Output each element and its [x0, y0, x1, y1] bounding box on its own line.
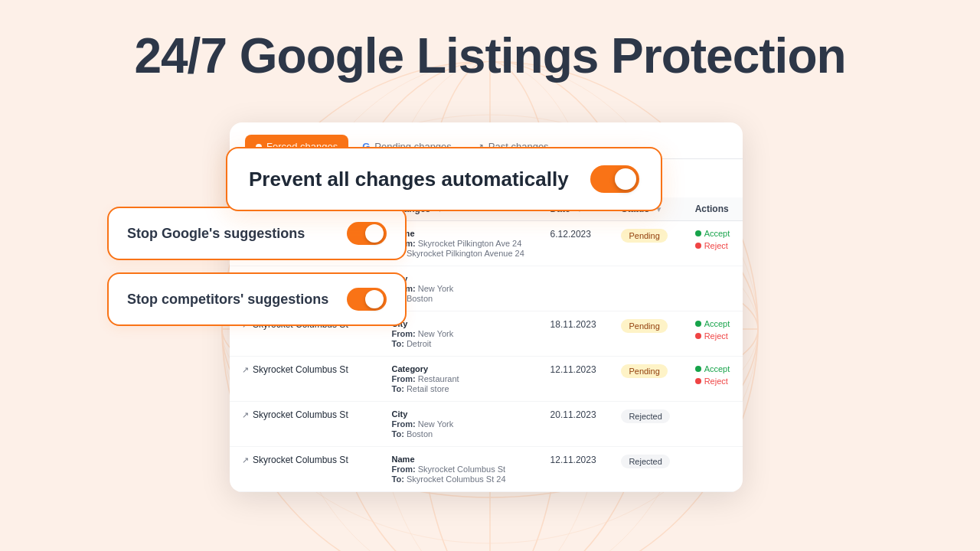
cell-actions	[683, 402, 743, 447]
cell-status: Rejected	[609, 402, 682, 447]
change-to: To: Detroit	[392, 339, 526, 348]
cell-date: 12.11.2023	[538, 447, 609, 492]
change-to: To: Skyrocket Columbus St 24	[392, 474, 526, 484]
date-value: 20.11.2023	[550, 409, 596, 420]
cell-status: Pending	[609, 311, 682, 357]
table-row: ↗Skyrocket Columbus St City From: New Yo…	[230, 402, 743, 447]
status-badge: Rejected	[621, 409, 669, 423]
cell-actions: Accept Reject	[683, 311, 743, 357]
cell-actions	[683, 447, 743, 492]
change-from: From: Restaurant	[392, 374, 526, 383]
cell-date: 18.11.2023	[538, 311, 609, 357]
date-value: 12.11.2023	[550, 364, 596, 375]
stop-google-card: Stop Google's suggestions	[107, 207, 407, 260]
change-to: To: Skyrocket Pilkington Avenue 24	[392, 249, 526, 258]
accept-button[interactable]: Accept	[695, 364, 730, 373]
external-link-icon: ↗	[242, 410, 249, 420]
page-title: 24/7 Google Listings Protection	[0, 0, 980, 84]
change-to: To: Boston	[392, 294, 526, 303]
cell-date	[538, 266, 609, 311]
stop-competitors-card: Stop competitors' suggestions	[107, 272, 407, 326]
change-type: Name	[392, 455, 526, 464]
status-badge: Pending	[621, 229, 667, 243]
stop-google-label: Stop Google's suggestions	[127, 226, 305, 242]
stop-google-toggle[interactable]	[347, 222, 387, 245]
accept-button[interactable]: Accept	[695, 229, 730, 238]
change-type: Category	[392, 364, 526, 373]
prevent-changes-card: Prevent all changes automatically	[226, 147, 662, 211]
prevent-label: Prevent all changes automatically	[249, 168, 569, 191]
col-actions: Actions	[683, 197, 743, 221]
reject-dot-icon	[695, 333, 701, 339]
status-badge: Rejected	[621, 455, 669, 468]
prevent-toggle[interactable]	[590, 165, 639, 193]
cell-status: Pending	[609, 221, 682, 266]
change-from: From: Skyrocket Columbus St	[392, 465, 526, 474]
change-from: From: Skyrocket Pilkington Ave 24	[392, 239, 526, 248]
change-from: From: New York	[392, 419, 526, 429]
accept-dot-icon	[695, 366, 701, 372]
external-link-icon: ↗	[242, 455, 249, 465]
status-badge: Pending	[621, 364, 667, 378]
cell-profile: ↗Skyrocket Columbus St	[230, 402, 380, 447]
reject-dot-icon	[695, 378, 701, 384]
reject-button[interactable]: Reject	[695, 241, 730, 250]
cell-date: 20.11.2023	[538, 402, 609, 447]
cell-changes: City From: New York To: Boston	[380, 402, 538, 447]
change-from: From: New York	[392, 284, 526, 293]
cell-status	[609, 266, 682, 311]
cell-date: 12.11.2023	[538, 357, 609, 402]
cell-status: Rejected	[609, 447, 682, 492]
profile-name-text: Skyrocket Columbus St	[253, 409, 348, 420]
cell-profile: ↗Skyrocket Columbus St	[230, 447, 380, 492]
change-to: To: Retail store	[392, 384, 526, 393]
cell-date: 6.12.2023	[538, 221, 609, 266]
profile-name-text: Skyrocket Columbus St	[253, 364, 348, 375]
left-feature-cards: Stop Google's suggestions Stop competito…	[107, 207, 407, 326]
profile-name-text: Skyrocket Columbus St	[253, 455, 348, 465]
change-type: City	[392, 319, 526, 328]
stop-competitors-label: Stop competitors' suggestions	[127, 292, 328, 308]
cell-changes: Name From: Skyrocket Columbus St To: Sky…	[380, 447, 538, 492]
accept-dot-icon	[695, 321, 701, 327]
cell-actions: Accept Reject	[683, 357, 743, 402]
reject-button[interactable]: Reject	[695, 331, 730, 341]
cell-changes: Category From: Restaurant To: Retail sto…	[380, 357, 538, 402]
external-link-icon: ↗	[242, 365, 249, 375]
date-value: 18.11.2023	[550, 319, 596, 330]
cell-status: Pending	[609, 357, 682, 402]
table-row: ↗Skyrocket Columbus St Name From: Skyroc…	[230, 447, 743, 492]
stop-competitors-toggle[interactable]	[347, 288, 387, 311]
change-type: City	[392, 274, 526, 283]
change-type: City	[392, 409, 526, 419]
date-value: 12.11.2023	[550, 455, 596, 465]
change-to: To: Boston	[392, 429, 526, 439]
change-from: From: New York	[392, 329, 526, 338]
table-row: ↗Skyrocket Columbus St Category From: Re…	[230, 357, 743, 402]
cell-profile: ↗Skyrocket Columbus St	[230, 357, 380, 402]
cell-actions: Accept Reject	[683, 221, 743, 266]
accept-dot-icon	[695, 230, 701, 236]
date-value: 6.12.2023	[550, 229, 591, 240]
status-badge: Pending	[621, 319, 667, 333]
reject-dot-icon	[695, 243, 701, 249]
reject-button[interactable]: Reject	[695, 377, 730, 386]
accept-button[interactable]: Accept	[695, 319, 730, 328]
change-type: Name	[392, 229, 526, 238]
cell-actions	[683, 266, 743, 311]
